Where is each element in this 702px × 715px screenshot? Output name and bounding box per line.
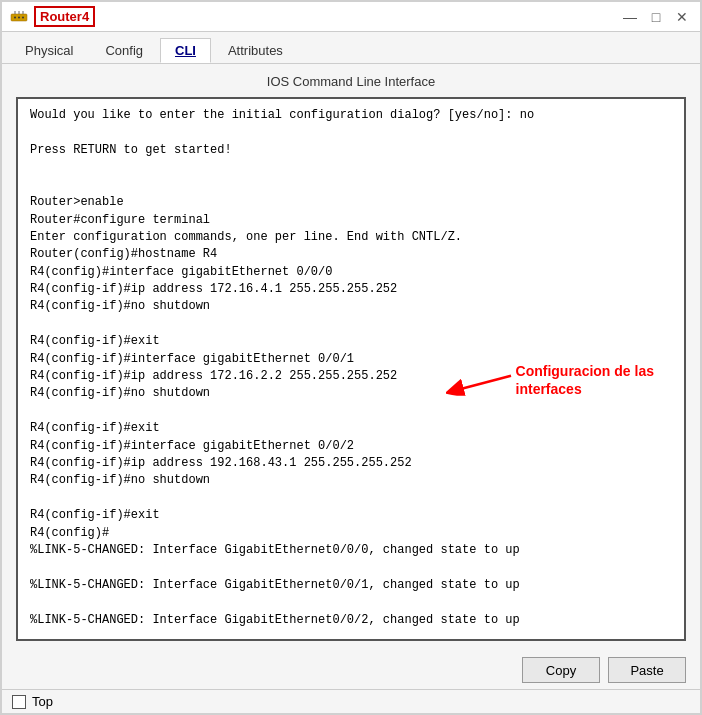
terminal-line: Router#configure terminal [30, 212, 672, 229]
tab-config[interactable]: Config [90, 38, 158, 63]
terminal-line: R4(config-if)#exit [30, 333, 672, 350]
title-left: Router4 [10, 6, 95, 27]
paste-button[interactable]: Paste [608, 657, 686, 683]
terminal-output[interactable]: --- System Configuration Dialog --- Woul… [18, 99, 684, 639]
button-row: Copy Paste [2, 651, 700, 689]
top-checkbox[interactable] [12, 695, 26, 709]
svg-point-1 [14, 16, 16, 18]
tab-bar: Physical Config CLI Attributes [2, 32, 700, 64]
tab-physical[interactable]: Physical [10, 38, 88, 63]
terminal-line [30, 177, 672, 194]
terminal-line [30, 316, 672, 333]
terminal-line: Would you like to enter the initial conf… [30, 107, 672, 124]
tab-attributes[interactable]: Attributes [213, 38, 298, 63]
terminal-line: R4(config-if)#interface gigabitEthernet … [30, 438, 672, 455]
tab-cli[interactable]: CLI [160, 38, 211, 63]
terminal-line [30, 559, 672, 576]
terminal-line [30, 159, 672, 176]
terminal-line: R4(config-if)#ip address 192.168.43.1 25… [30, 455, 672, 472]
terminal-line: R4(config-if)#ip address 172.16.2.2 255.… [30, 368, 672, 385]
section-title: IOS Command Line Interface [16, 74, 686, 89]
terminal-line: R4(config-if)#no shutdown [30, 298, 672, 315]
terminal-line: Enter configuration commands, one per li… [30, 229, 672, 246]
copy-button[interactable]: Copy [522, 657, 600, 683]
terminal-line [30, 125, 672, 142]
terminal-line: R4(config-if)#no shutdown [30, 472, 672, 489]
terminal-line [30, 490, 672, 507]
terminal-line: R4(config-if)#no shutdown [30, 385, 672, 402]
minimize-button[interactable]: — [620, 7, 640, 27]
terminal-line: R4(config)#interface gigabitEthernet 0/0… [30, 264, 672, 281]
terminal-line: %LINK-5-CHANGED: Interface GigabitEthern… [30, 542, 672, 559]
title-controls: — □ ✕ [620, 7, 692, 27]
terminal-line: Router(config)#hostname R4 [30, 246, 672, 263]
main-content: IOS Command Line Interface --- System Co… [2, 64, 700, 651]
terminal-wrapper: --- System Configuration Dialog --- Woul… [16, 97, 686, 641]
close-button[interactable]: ✕ [672, 7, 692, 27]
terminal-line: %LINK-5-CHANGED: Interface GigabitEthern… [30, 612, 672, 629]
terminal-line: Press RETURN to get started! [30, 142, 672, 159]
router-icon [10, 8, 28, 26]
terminal-line [30, 403, 672, 420]
terminal-line: Router>enable [30, 194, 672, 211]
bottom-bar: Top [2, 689, 700, 713]
terminal-line: %LINK-5-CHANGED: Interface GigabitEthern… [30, 577, 672, 594]
terminal-line: R4(config-if)#ip address 172.16.4.1 255.… [30, 281, 672, 298]
terminal-line: R4(config-if)#exit [30, 507, 672, 524]
maximize-button[interactable]: □ [646, 7, 666, 27]
top-label: Top [32, 694, 53, 709]
window-title: Router4 [34, 6, 95, 27]
main-window: Router4 — □ ✕ Physical Config CLI Attrib… [0, 0, 702, 715]
terminal-line: R4(config-if)#interface gigabitEthernet … [30, 351, 672, 368]
terminal-line [30, 594, 672, 611]
title-bar: Router4 — □ ✕ [2, 2, 700, 32]
terminal-line: R4(config)# [30, 525, 672, 542]
terminal-line [30, 99, 672, 107]
svg-point-2 [18, 16, 20, 18]
svg-point-3 [22, 16, 24, 18]
terminal-line: R4(config-if)#exit [30, 420, 672, 437]
